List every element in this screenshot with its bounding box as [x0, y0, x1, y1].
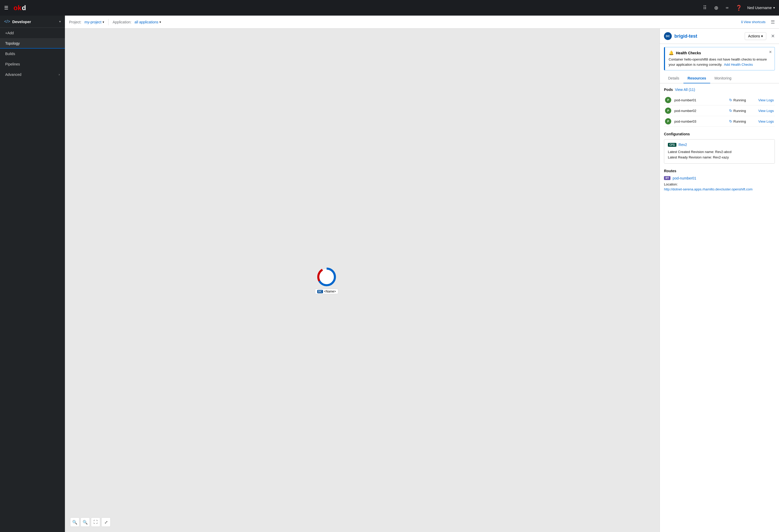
- topology-canvas[interactable]: DC <Name> 🔍 🔍 ⛶ ⤢: [65, 28, 660, 532]
- pods-label: Pods: [664, 87, 673, 92]
- pod-row: P pod-number03 ↻ Running View Logs: [664, 116, 775, 127]
- terminal-icon[interactable]: ⌨: [726, 5, 728, 10]
- sidebar-item-builds-label: Builds: [5, 52, 15, 56]
- advanced-chevron-icon: ›: [59, 73, 60, 76]
- top-nav: ☰ okd ⠿ ⊕ ⌨ ❓ Ned Username ▾: [0, 0, 779, 15]
- pod-status-2: ↻ Running: [729, 109, 755, 113]
- route-name-link[interactable]: pod-number01: [672, 176, 696, 180]
- pod-badge-3: P: [665, 118, 671, 124]
- panel-dc-icon: DC: [664, 32, 672, 40]
- fullscreen-button[interactable]: ⤢: [101, 518, 111, 527]
- close-panel-button[interactable]: ✕: [771, 33, 775, 39]
- view-logs-link-3[interactable]: View Logs: [758, 119, 774, 123]
- routes-label: Routes: [664, 169, 676, 173]
- plus-icon[interactable]: ⊕: [714, 5, 719, 11]
- sidebar-item-add-label: +Add: [5, 31, 14, 35]
- tab-resources[interactable]: Resources: [683, 73, 710, 83]
- pod-name-3: pod-number03: [674, 119, 726, 123]
- pod-status-3: ↻ Running: [729, 119, 755, 123]
- brand-d: d: [22, 4, 26, 12]
- side-panel: DC brigid-test Actions ▾ ✕ ✕ 🔔 Health Ch…: [660, 28, 779, 532]
- config-box: CFG Rev2 Latest Created Revision name: R…: [664, 139, 775, 164]
- developer-label: Developer: [12, 19, 57, 24]
- tab-monitoring[interactable]: Monitoring: [710, 73, 735, 83]
- pod-row: P pod-number01 ↻ Running View Logs: [664, 95, 775, 106]
- user-name: Ned Username: [747, 6, 772, 10]
- sidebar-item-add[interactable]: +Add: [0, 28, 65, 38]
- cfg-latest-ready: Latest Ready Revision name: Rev2-xazy: [668, 155, 771, 160]
- zoom-out-button[interactable]: 🔍: [80, 518, 90, 527]
- route-url-link[interactable]: http://dotnet-serena.apps.rhamilto.devcl…: [664, 187, 775, 191]
- application-value: all applications: [134, 20, 159, 24]
- project-value: my-project: [84, 20, 101, 24]
- content-area: Project: my-project ▾ Application: all a…: [65, 15, 779, 532]
- tab-details[interactable]: Details: [664, 73, 683, 83]
- actions-button[interactable]: Actions ▾: [745, 32, 766, 40]
- sidebar-header[interactable]: </> Developer ▾: [0, 15, 65, 28]
- alert-close-button[interactable]: ✕: [769, 50, 772, 54]
- zoom-out-icon: 🔍: [82, 520, 88, 525]
- pod-status-text-2: Running: [733, 109, 746, 113]
- add-health-checks-link[interactable]: Add Health Checks: [724, 63, 753, 66]
- toolbar-divider: [108, 19, 109, 25]
- sidebar-item-topology[interactable]: Topology: [0, 38, 65, 49]
- pod-status-text-1: Running: [733, 98, 746, 102]
- pod-spin-icon-3: ↻: [729, 119, 732, 123]
- panel-tabs: Details Resources Monitoring: [660, 73, 779, 83]
- application-selector[interactable]: Application: all applications ▾: [113, 20, 161, 24]
- sidebar-item-topology-label: Topology: [5, 41, 20, 46]
- project-chevron-icon: ▾: [103, 20, 104, 24]
- project-label: Project:: [69, 20, 81, 24]
- cfg-header: CFG Rev2: [668, 142, 771, 147]
- fit-button[interactable]: ⛶: [91, 518, 100, 527]
- view-shortcuts-button[interactable]: ℹ View shortcuts: [741, 20, 766, 24]
- route-location-label: Location:: [664, 182, 775, 186]
- view-logs-link-2[interactable]: View Logs: [758, 109, 774, 113]
- routes-section: Routes RT pod-number01 Location: http://…: [664, 169, 775, 191]
- list-view-icon[interactable]: ☰: [771, 19, 775, 25]
- panel-resources-content: Pods View All (11) P pod-number01 ↻ Runn…: [660, 83, 779, 195]
- fit-icon: ⛶: [94, 520, 98, 525]
- route-header: RT pod-number01: [664, 176, 775, 180]
- configurations-section: Configurations CFG Rev2 Latest Created R…: [664, 132, 775, 164]
- route-box: RT pod-number01 Location: http://dotnet-…: [664, 176, 775, 191]
- user-menu[interactable]: Ned Username ▾: [747, 6, 775, 10]
- developer-icon: </>: [4, 19, 10, 24]
- application-chevron-icon: ▾: [160, 20, 161, 24]
- routes-section-header: Routes: [664, 169, 775, 173]
- node-label: DC <Name>: [315, 289, 338, 294]
- brand-ok: ok: [13, 4, 21, 12]
- help-icon[interactable]: ❓: [736, 5, 742, 11]
- sidebar-item-builds[interactable]: Builds: [0, 49, 65, 59]
- pod-spin-icon-2: ↻: [729, 109, 732, 113]
- zoom-in-button[interactable]: 🔍: [70, 518, 79, 527]
- pod-badge-1: P: [665, 97, 671, 103]
- pod-status-1: ↻ Running: [729, 98, 755, 102]
- hamburger-menu[interactable]: ☰: [4, 5, 8, 11]
- sidebar-item-advanced[interactable]: Advanced ›: [0, 69, 65, 80]
- cfg-badge: CFG: [668, 143, 676, 147]
- grid-icon[interactable]: ⠿: [703, 5, 707, 11]
- sidebar-item-pipelines[interactable]: Pipelines: [0, 59, 65, 69]
- node-ring-svg: [316, 267, 337, 287]
- project-selector[interactable]: Project: my-project ▾: [69, 20, 104, 24]
- side-panel-header: DC brigid-test Actions ▾ ✕: [660, 28, 779, 44]
- health-alert: ✕ 🔔 Health Checks Container hello-opensh…: [664, 47, 775, 70]
- panel-title: brigid-test: [674, 34, 742, 39]
- sidebar-chevron: ▾: [59, 20, 61, 23]
- bell-icon: 🔔: [669, 50, 674, 55]
- pod-row: P pod-number02 ↻ Running View Logs: [664, 106, 775, 116]
- sidebar-item-advanced-label: Advanced: [5, 72, 21, 77]
- pod-name-2: pod-number02: [674, 109, 726, 113]
- configurations-label: Configurations: [664, 132, 690, 136]
- rt-badge: RT: [664, 176, 670, 180]
- topology-node[interactable]: DC <Name>: [315, 267, 338, 294]
- toolbar: Project: my-project ▾ Application: all a…: [65, 15, 779, 28]
- cfg-name-link[interactable]: Rev2: [678, 142, 687, 147]
- pod-name-1: pod-number01: [674, 98, 726, 102]
- user-menu-chevron: ▾: [773, 6, 775, 10]
- pod-spin-icon-1: ↻: [729, 98, 732, 102]
- view-logs-link-1[interactable]: View Logs: [758, 98, 774, 102]
- topology-area: DC <Name> 🔍 🔍 ⛶ ⤢: [65, 28, 779, 532]
- view-all-pods-link[interactable]: View All (11): [675, 87, 695, 92]
